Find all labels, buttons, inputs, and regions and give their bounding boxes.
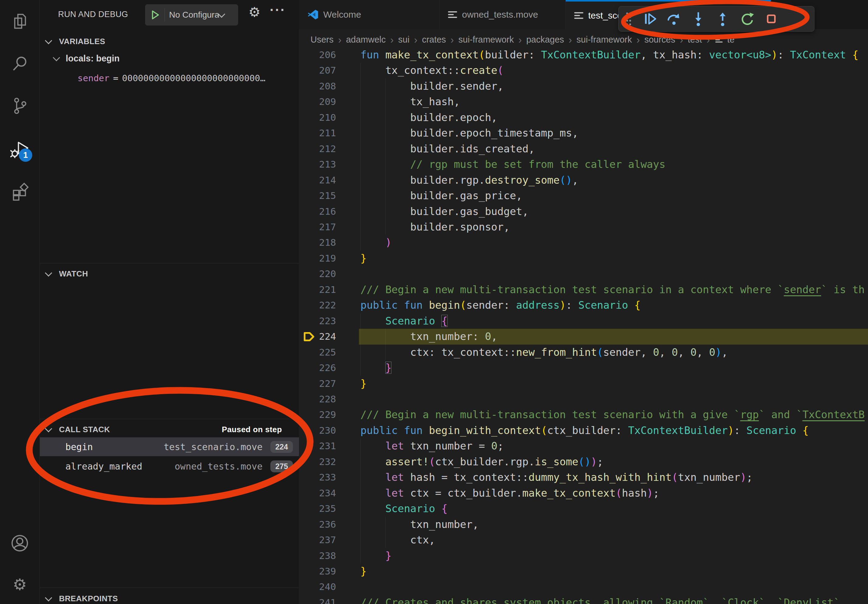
code-line-239[interactable]: 239} <box>299 564 868 579</box>
start-debug-icon[interactable] <box>150 10 160 20</box>
breadcrumb-separator: › <box>518 34 522 46</box>
code-line-234[interactable]: 234 let ctx = ctx_builder.make_tx_contex… <box>299 485 868 501</box>
settings-gear-icon[interactable]: ⚙ <box>0 566 40 603</box>
debug-toolbar <box>618 6 814 32</box>
files-icon <box>10 11 30 31</box>
code-line-225[interactable]: 225 ctx: tx_context::new_from_hint(sende… <box>299 345 868 360</box>
line-number: 222 <box>299 297 336 313</box>
scope-locals-row[interactable]: locals: begin <box>54 54 119 63</box>
chevron-down-icon <box>45 594 52 601</box>
extensions-icon[interactable] <box>0 173 40 210</box>
code-line-240[interactable]: 240 <box>299 579 868 595</box>
breadcrumb-item[interactable]: test <box>688 35 702 45</box>
variable-row-sender[interactable]: sender=00000000000000000000000000… <box>78 73 265 83</box>
frame-function: already_marked <box>65 461 142 472</box>
code-line-220[interactable]: 220 <box>299 266 868 282</box>
step-over-button[interactable] <box>665 10 682 27</box>
explorer-icon[interactable] <box>0 3 40 40</box>
code-line-206[interactable]: 206fun make_tx_context(builder: TxContex… <box>299 47 868 63</box>
line-number: 230 <box>299 423 336 438</box>
accounts-icon[interactable] <box>0 525 40 561</box>
restart-button[interactable] <box>738 10 755 27</box>
code-line-216[interactable]: 216 builder.gas_budget, <box>299 204 868 219</box>
stack-frame-already-marked[interactable]: already_marked owned_tests.move 275 <box>40 457 299 475</box>
line-number: 221 <box>299 282 336 297</box>
toolbar-drag-handle[interactable] <box>623 10 634 27</box>
vscode-logo-icon <box>307 9 318 20</box>
code-text: tx_context::create( <box>360 63 504 78</box>
code-line-212[interactable]: 212 builder.ids_created, <box>299 141 868 156</box>
code-line-241[interactable]: 241/// Creates and shares system objects… <box>299 595 868 604</box>
code-line-232[interactable]: 232 assert!(ctx_builder.rgp.is_some()); <box>299 454 868 469</box>
tab-welcome[interactable]: Welcome <box>299 0 439 29</box>
more-actions-icon[interactable]: ··· <box>270 2 286 18</box>
code-line-208[interactable]: 208 builder.sender, <box>299 79 868 94</box>
code-text: Scenario { <box>360 501 448 516</box>
breakpoints-section-header[interactable]: BREAKPOINTS <box>40 590 299 604</box>
code-line-235[interactable]: 235 Scenario { <box>299 501 868 516</box>
code-line-222[interactable]: 222public fun begin(sender: address): Sc… <box>299 297 868 313</box>
line-number: 227 <box>299 376 336 392</box>
code-line-219[interactable]: 219} <box>299 251 868 266</box>
stack-frame-begin[interactable]: begin test_scenario.move 224 <box>40 437 299 456</box>
code-line-217[interactable]: 217 builder.sponsor, <box>299 219 868 235</box>
code-line-223[interactable]: 223 Scenario { <box>299 313 868 329</box>
code-text: let txn_number = 0; <box>360 438 504 454</box>
code-line-224[interactable]: 224 txn_number: 0, <box>299 329 868 344</box>
code-text: ctx, <box>360 532 435 548</box>
code-line-211[interactable]: 211 builder.epoch_timestamp_ms, <box>299 125 868 141</box>
source-control-icon[interactable] <box>0 88 40 124</box>
code-line-210[interactable]: 210 builder.epoch, <box>299 110 868 125</box>
code-line-213[interactable]: 213 // rgp must be set from the caller a… <box>299 156 868 172</box>
step-into-button[interactable] <box>690 10 707 27</box>
breadcrumb-separator: › <box>414 34 417 46</box>
code-line-228[interactable]: 228 <box>299 392 868 407</box>
step-into-icon <box>690 11 706 27</box>
breadcrumb-item[interactable]: sui-framework <box>577 35 632 45</box>
breadcrumb-item[interactable]: crates <box>422 35 446 45</box>
code-line-233[interactable]: 233 let hash = tx_context::dummy_tx_hash… <box>299 469 868 485</box>
code-line-215[interactable]: 215 builder.gas_price, <box>299 188 868 203</box>
restart-icon <box>739 11 755 27</box>
breadcrumb-item[interactable]: sui-framework <box>458 35 514 45</box>
drag-dots-icon <box>625 11 632 26</box>
code-line-238[interactable]: 238 } <box>299 548 868 564</box>
tab-owned-tests[interactable]: owned_tests.move <box>439 0 566 29</box>
code-line-236[interactable]: 236 txn_number, <box>299 517 868 532</box>
launch-configuration-dropdown[interactable]: No Configura <box>145 4 238 26</box>
breadcrumb-item[interactable]: sui <box>398 35 409 45</box>
debug-settings-gear-icon[interactable]: ⚙ <box>248 4 260 20</box>
code-line-214[interactable]: 214 builder.rgp.destroy_some(), <box>299 172 868 188</box>
call-stack-section-header[interactable]: CALL STACK Paused on step <box>40 421 299 438</box>
breadcrumb-item[interactable]: adamwelc <box>346 35 386 45</box>
run-and-debug-icon[interactable]: 1 <box>0 131 40 167</box>
configuration-label: No Configura <box>169 10 219 20</box>
code-line-237[interactable]: 237 ctx, <box>299 532 868 548</box>
breadcrumb-file[interactable]: te <box>715 35 735 45</box>
code-line-231[interactable]: 231 let txn_number = 0; <box>299 438 868 454</box>
stop-button[interactable] <box>763 10 780 27</box>
line-number: 228 <box>299 392 336 407</box>
continue-button[interactable] <box>641 10 658 27</box>
variables-section-header[interactable]: VARIABLES <box>40 33 299 50</box>
breadcrumb-item[interactable]: packages <box>526 35 564 45</box>
code-line-207[interactable]: 207 tx_context::create( <box>299 63 868 78</box>
code-line-227[interactable]: 227} <box>299 376 868 392</box>
code-line-218[interactable]: 218 ) <box>299 235 868 250</box>
search-icon[interactable] <box>0 46 40 82</box>
code-line-229[interactable]: 229/// Begin a new multi-transaction tes… <box>299 407 868 423</box>
line-number: 231 <box>299 438 336 454</box>
line-number: 232 <box>299 454 336 469</box>
line-number: 238 <box>299 548 336 564</box>
code-line-230[interactable]: 230public fun begin_with_context(ctx_bui… <box>299 423 868 438</box>
code-line-221[interactable]: 221/// Begin a new multi-transaction tes… <box>299 282 868 297</box>
code-line-226[interactable]: 226 } <box>299 360 868 376</box>
breadcrumb-item[interactable]: Users <box>310 35 334 45</box>
watch-section-header[interactable]: WATCH <box>40 265 299 282</box>
line-number: 207 <box>299 63 336 78</box>
step-out-button[interactable] <box>714 10 731 27</box>
code-line-209[interactable]: 209 tx_hash, <box>299 94 868 110</box>
breadcrumb-separator: › <box>338 34 341 46</box>
code-editor[interactable]: 206fun make_tx_context(builder: TxContex… <box>299 47 868 604</box>
breadcrumb-item[interactable]: sources <box>645 35 676 45</box>
